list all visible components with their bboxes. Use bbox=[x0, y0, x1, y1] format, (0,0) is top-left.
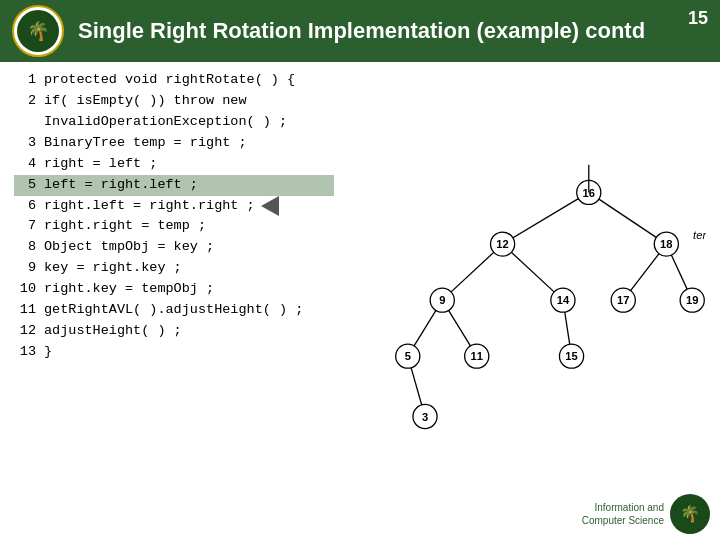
page-number: 15 bbox=[688, 6, 708, 29]
tree-node: 15 bbox=[559, 344, 583, 368]
code-line: 11 getRightAVL( ).adjustHeight( ) ; bbox=[14, 300, 334, 321]
line-text: BinaryTree temp = right ; bbox=[44, 133, 247, 154]
code-line: 13} bbox=[14, 342, 334, 363]
node-label: 14 bbox=[557, 294, 570, 306]
code-line: 5 left = right.left ; bbox=[14, 175, 334, 196]
line-text: Object tmpObj = key ; bbox=[44, 237, 214, 258]
node-label: 12 bbox=[496, 238, 508, 250]
tree-node: 14 bbox=[551, 288, 575, 312]
line-number: 9 bbox=[14, 258, 36, 279]
node-label: 3 bbox=[422, 411, 428, 423]
tree-node: 12 bbox=[491, 232, 515, 256]
tree-edge bbox=[589, 192, 667, 244]
temp-label: temp bbox=[693, 229, 706, 241]
line-text: key = right.key ; bbox=[44, 258, 182, 279]
logo bbox=[12, 5, 64, 57]
code-line: 10 right.key = tempObj ; bbox=[14, 279, 334, 300]
code-line: 3 BinaryTree temp = right ; bbox=[14, 133, 334, 154]
line-number: 8 bbox=[14, 237, 36, 258]
node-label: 19 bbox=[686, 294, 698, 306]
footer-text-line1: Information and bbox=[595, 502, 665, 513]
code-line: 9 key = right.key ; bbox=[14, 258, 334, 279]
code-line: 1protected void rightRotate( ) { bbox=[14, 70, 334, 91]
node-label: 17 bbox=[617, 294, 629, 306]
footer-logo-icon: 🌴 bbox=[670, 494, 710, 534]
footer-text-line2: Computer Science bbox=[582, 515, 664, 526]
line-number: 13 bbox=[14, 342, 36, 363]
code-line: 6 right.left = right.right ; bbox=[14, 196, 334, 217]
line-number: 5 bbox=[14, 175, 36, 196]
tree-node: 18 bbox=[654, 232, 678, 256]
line-text: right = left ; bbox=[44, 154, 157, 175]
tree-node: 9 bbox=[430, 288, 454, 312]
line-text: right.right = temp ; bbox=[44, 216, 206, 237]
line-number: 2 bbox=[14, 91, 36, 133]
tree-node: 5 bbox=[396, 344, 420, 368]
line-text: right.key = tempObj ; bbox=[44, 279, 214, 300]
code-line: 4 right = left ; bbox=[14, 154, 334, 175]
line-number: 6 bbox=[14, 196, 36, 217]
line-number: 3 bbox=[14, 133, 36, 154]
node-label: 18 bbox=[660, 238, 672, 250]
arrow-icon bbox=[261, 196, 279, 216]
node-label: 9 bbox=[439, 294, 445, 306]
line-number: 4 bbox=[14, 154, 36, 175]
line-number: 12 bbox=[14, 321, 36, 342]
line-text: protected void rightRotate( ) { bbox=[44, 70, 295, 91]
line-number: 10 bbox=[14, 279, 36, 300]
tree-node: 3 bbox=[413, 404, 437, 428]
line-text: getRightAVL( ).adjustHeight( ) ; bbox=[44, 300, 303, 321]
footer: Information and Computer Science 🌴 bbox=[582, 494, 710, 534]
line-text: } bbox=[44, 342, 52, 363]
tree-edge bbox=[503, 192, 589, 244]
node-label: 15 bbox=[565, 350, 577, 362]
tree-node: 19 bbox=[680, 288, 704, 312]
header-title: Single Right Rotation Implementation (ex… bbox=[78, 18, 688, 44]
code-line: 12 adjustHeight( ) ; bbox=[14, 321, 334, 342]
code-line: 7 right.right = temp ; bbox=[14, 216, 334, 237]
line-text: left = right.left ; bbox=[44, 175, 198, 196]
line-text: adjustHeight( ) ; bbox=[44, 321, 182, 342]
line-number: 11 bbox=[14, 300, 36, 321]
code-line: 8 Object tmpObj = key ; bbox=[14, 237, 334, 258]
tree-section: 1612189141719511153temp bbox=[344, 70, 706, 532]
header: Single Right Rotation Implementation (ex… bbox=[0, 0, 720, 62]
tree-node: 11 bbox=[465, 344, 489, 368]
line-text: if( isEmpty( )) throw new InvalidOperati… bbox=[44, 91, 334, 133]
line-number: 7 bbox=[14, 216, 36, 237]
node-label: 5 bbox=[405, 350, 411, 362]
tree-node: 17 bbox=[611, 288, 635, 312]
code-section: 1protected void rightRotate( ) {2 if( is… bbox=[14, 70, 334, 532]
code-line: 2 if( isEmpty( )) throw new InvalidOpera… bbox=[14, 91, 334, 133]
node-label: 11 bbox=[471, 350, 483, 362]
line-text: right.left = right.right ; bbox=[44, 196, 255, 217]
line-number: 1 bbox=[14, 70, 36, 91]
